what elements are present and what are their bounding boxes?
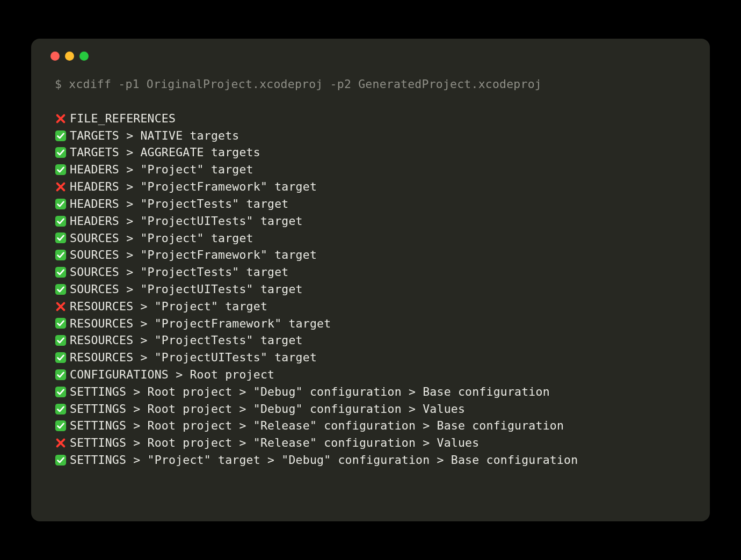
output-line: SETTINGS > Root project > "Debug" config…	[55, 401, 686, 418]
check-icon	[55, 369, 67, 381]
check-icon	[55, 215, 67, 227]
check-icon	[55, 198, 67, 210]
output-line-text: SETTINGS > Root project > "Debug" config…	[70, 383, 550, 401]
output-line: SETTINGS > Root project > "Release" conf…	[55, 417, 686, 434]
output-line-text: SOURCES > "ProjectUITests" target	[70, 281, 303, 298]
output-line: HEADERS > "ProjectTests" target	[55, 195, 686, 213]
terminal-content[interactable]: $ xcdiff -p1 OriginalProject.xcodeproj -…	[31, 76, 710, 469]
output-line: SETTINGS > Root project > "Debug" config…	[55, 383, 686, 401]
output-lines: FILE_REFERENCESTARGETS > NATIVE targetsT…	[55, 110, 686, 469]
check-icon	[55, 352, 67, 363]
check-icon	[55, 283, 67, 295]
window-traffic-lights	[31, 52, 710, 76]
terminal-window: $ xcdiff -p1 OriginalProject.xcodeproj -…	[31, 39, 710, 521]
output-line: SOURCES > "ProjectUITests" target	[55, 281, 686, 298]
check-icon	[55, 334, 67, 346]
output-line: HEADERS > "Project" target	[55, 161, 686, 178]
cross-icon	[55, 301, 67, 312]
output-line-text: SETTINGS > "Project" target > "Debug" co…	[70, 452, 578, 469]
check-icon	[55, 232, 67, 244]
output-line: SOURCES > "Project" target	[55, 230, 686, 247]
minimize-window-button[interactable]	[65, 52, 74, 61]
output-line: TARGETS > AGGREGATE targets	[55, 144, 686, 161]
output-line: TARGETS > NATIVE targets	[55, 127, 686, 144]
output-line-text: SOURCES > "ProjectTests" target	[70, 264, 288, 281]
cross-icon	[55, 181, 67, 193]
output-line: SOURCES > "ProjectFramework" target	[55, 246, 686, 264]
output-line-text: RESOURCES > "Project" target	[70, 298, 267, 315]
output-line-text: SOURCES > "ProjectFramework" target	[70, 246, 317, 264]
output-line: RESOURCES > "ProjectTests" target	[55, 332, 686, 349]
output-line: SOURCES > "ProjectTests" target	[55, 264, 686, 281]
output-line: SETTINGS > "Project" target > "Debug" co…	[55, 452, 686, 469]
command-prompt-line: $ xcdiff -p1 OriginalProject.xcodeproj -…	[55, 76, 686, 93]
output-line-text: RESOURCES > "ProjectTests" target	[70, 332, 303, 349]
output-line-text: HEADERS > "ProjectFramework" target	[70, 178, 317, 195]
output-line-text: RESOURCES > "ProjectUITests" target	[70, 349, 317, 366]
output-line-text: HEADERS > "ProjectUITests" target	[70, 213, 303, 230]
output-line-text: HEADERS > "Project" target	[70, 161, 253, 178]
check-icon	[55, 420, 67, 432]
cross-icon	[55, 437, 67, 449]
check-icon	[55, 164, 67, 176]
close-window-button[interactable]	[50, 52, 60, 61]
output-line-text: TARGETS > NATIVE targets	[70, 127, 239, 144]
check-icon	[55, 266, 67, 278]
output-line: SETTINGS > Root project > "Release" conf…	[55, 434, 686, 452]
cross-icon	[55, 113, 67, 125]
check-icon	[55, 454, 67, 466]
check-icon	[55, 403, 67, 415]
check-icon	[55, 386, 67, 398]
output-line: RESOURCES > "Project" target	[55, 298, 686, 315]
check-icon	[55, 249, 67, 261]
output-line-text: HEADERS > "ProjectTests" target	[70, 195, 288, 213]
output-line-text: CONFIGURATIONS > Root project	[70, 366, 274, 383]
output-line: HEADERS > "ProjectFramework" target	[55, 178, 686, 195]
output-line-text: FILE_REFERENCES	[70, 110, 176, 127]
output-line-text: SETTINGS > Root project > "Release" conf…	[70, 417, 564, 434]
output-line: RESOURCES > "ProjectFramework" target	[55, 315, 686, 332]
output-line-text: RESOURCES > "ProjectFramework" target	[70, 315, 331, 332]
output-line-text: SOURCES > "Project" target	[70, 230, 253, 247]
output-line: FILE_REFERENCES	[55, 110, 686, 127]
check-icon	[55, 147, 67, 158]
check-icon	[55, 130, 67, 142]
output-line: CONFIGURATIONS > Root project	[55, 366, 686, 383]
output-line-text: TARGETS > AGGREGATE targets	[70, 144, 260, 161]
output-line: RESOURCES > "ProjectUITests" target	[55, 349, 686, 366]
output-line-text: SETTINGS > Root project > "Release" conf…	[70, 434, 479, 452]
check-icon	[55, 317, 67, 329]
output-line: HEADERS > "ProjectUITests" target	[55, 213, 686, 230]
output-line-text: SETTINGS > Root project > "Debug" config…	[70, 401, 465, 418]
maximize-window-button[interactable]	[79, 52, 89, 61]
